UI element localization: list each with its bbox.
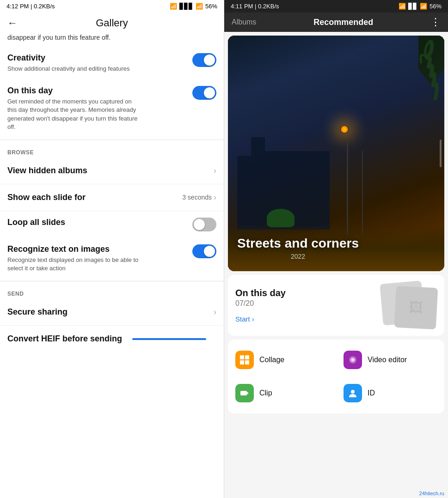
tool-video-editor[interactable]: Video editor: [336, 343, 444, 377]
send-section-label: SEND: [0, 283, 224, 299]
photo-thumb-2-icon: 🖼: [409, 299, 423, 316]
clip-label: Clip: [259, 389, 272, 397]
svg-rect-2: [240, 360, 244, 364]
right-status-bar: 4:11 PM | 0.2KB/s 📶 ▊▊ 📶 56%: [224, 0, 448, 12]
left-panel: 4:12 PM | 0.2KB/s 📶 ▊▊▊ 📶 56% ← Gallery …: [0, 0, 224, 498]
right-battery-percent: 56%: [430, 3, 442, 10]
loop-all-slides-title: Loop all slides: [7, 218, 187, 227]
otd-start-button[interactable]: Start ›: [235, 315, 286, 323]
on-this-day-card: On this day 07/20 Start › 🖼 🖼: [228, 275, 444, 336]
view-hidden-albums-value: ›: [214, 166, 216, 176]
bluetooth-icon: 📶: [170, 3, 177, 10]
on-this-day-toggle-knob: [204, 87, 215, 98]
id-label: ID: [368, 389, 375, 397]
photo-overlay: Streets and corners 2022: [237, 236, 359, 260]
wifi-icon: 📶: [196, 3, 203, 10]
on-this-day-toggle[interactable]: [192, 86, 216, 100]
photo-card[interactable]: Streets and corners 2022: [228, 36, 444, 271]
view-hidden-albums-row[interactable]: View hidden albums ›: [0, 158, 224, 184]
tools-card: Collage Video editor: [228, 340, 444, 413]
left-status-time: 4:12 PM | 0.2KB/s: [6, 3, 55, 10]
gallery-toolbar: ← Gallery: [0, 12, 224, 34]
loop-toggle[interactable]: [192, 218, 216, 231]
svg-rect-3: [245, 360, 249, 364]
signal-icon: ▊▊▊: [179, 3, 193, 10]
view-hidden-albums-label: View hidden albums: [7, 166, 87, 176]
battery-percent: 56%: [205, 3, 217, 10]
page-title: Gallery: [25, 17, 199, 29]
creativity-toggle-knob: [204, 55, 215, 66]
creativity-desc: Show additional creativity and editing f…: [7, 65, 141, 73]
creativity-setting: Creativity Show additional creativity an…: [0, 47, 224, 79]
shrub: [267, 209, 295, 227]
clip-icon: [235, 384, 254, 402]
show-each-slide-chevron: ›: [214, 193, 216, 202]
photo-title: Streets and corners: [237, 236, 359, 251]
top-note: disappear if you turn this feature off.: [0, 34, 224, 47]
show-each-slide-label: Show each slide for: [7, 193, 86, 202]
collage-label: Collage: [259, 356, 284, 364]
recognize-toggle[interactable]: [192, 244, 216, 258]
tools-grid: Collage Video editor: [228, 343, 444, 410]
creativity-toggle[interactable]: [192, 53, 216, 67]
on-this-day-desc: Get reminded of the moments you captured…: [7, 97, 141, 131]
send-divider: [0, 281, 224, 281]
on-this-day-title: On this day: [7, 86, 187, 96]
loop-all-slides-setting: Loop all slides: [0, 211, 224, 238]
show-each-slide-row[interactable]: Show each slide for 3 seconds ›: [0, 184, 224, 211]
browse-divider: [0, 140, 224, 140]
convert-heif-label: Convert HEIF before sending: [7, 334, 122, 344]
svg-rect-0: [240, 355, 244, 359]
secure-sharing-chevron: ›: [214, 307, 216, 317]
show-each-slide-value: 3 seconds ›: [182, 193, 216, 202]
otd-photo-thumbnails: 🖼 🖼: [372, 282, 437, 328]
svg-point-6: [352, 359, 354, 361]
video-editor-label: Video editor: [368, 356, 407, 364]
view-hidden-albums-chevron: ›: [214, 166, 216, 176]
right-toolbar: Albums Recommended ⋮: [224, 12, 448, 32]
recognize-toggle-knob: [204, 246, 215, 257]
loop-toggle-knob: [194, 219, 205, 230]
browse-section-label: BROWSE: [0, 142, 224, 158]
right-signal-icon: ▊▊: [408, 3, 417, 10]
watermark: 24hitech.ru: [419, 491, 444, 496]
svg-point-9: [351, 390, 355, 394]
recognize-title: Recognize text on images: [7, 244, 187, 254]
convert-heif-row[interactable]: Convert HEIF before sending: [0, 326, 224, 352]
photo-thumb-2: 🖼: [394, 286, 438, 330]
svg-marker-8: [247, 392, 249, 395]
video-editor-icon: [344, 351, 362, 369]
utility-pole-2: [362, 151, 363, 234]
right-wifi-icon: 📶: [420, 3, 427, 10]
on-this-day-setting: On this day Get reminded of the moments …: [0, 79, 224, 138]
otd-title: On this day: [235, 288, 286, 298]
scroll-indicator: [440, 140, 442, 167]
recognize-text-setting: Recognize text on images Recognize text …: [0, 238, 224, 279]
collage-icon: [235, 351, 254, 369]
tab-albums[interactable]: Albums: [232, 18, 256, 26]
secure-sharing-label: Secure sharing: [7, 307, 68, 317]
tab-recommended[interactable]: Recommended: [313, 18, 373, 27]
right-status-icons: 📶 ▊▊ 📶 56%: [399, 3, 442, 10]
tool-collage[interactable]: Collage: [228, 343, 336, 377]
creativity-title: Creativity: [7, 53, 187, 63]
left-status-bar: 4:12 PM | 0.2KB/s 📶 ▊▊▊ 📶 56%: [0, 0, 224, 12]
photo-year: 2022: [237, 253, 359, 260]
tool-clip[interactable]: Clip: [228, 377, 336, 410]
svg-rect-7: [240, 391, 247, 395]
street-light: [340, 125, 349, 134]
right-bluetooth-icon: 📶: [399, 3, 406, 10]
secure-sharing-row[interactable]: Secure sharing ›: [0, 299, 224, 326]
right-status-time: 4:11 PM | 0.2KB/s: [231, 3, 279, 10]
recognize-desc: Recognize text displayed on images to be…: [7, 256, 141, 273]
otd-date: 07/20: [235, 299, 286, 308]
back-button[interactable]: ←: [7, 17, 18, 29]
svg-rect-1: [245, 355, 249, 359]
tree-branches: [393, 40, 440, 109]
convert-heif-underline: [132, 338, 206, 340]
left-status-icons: 📶 ▊▊▊ 📶 56%: [170, 3, 217, 10]
more-options-button[interactable]: ⋮: [430, 16, 441, 28]
utility-pole: [347, 142, 348, 234]
tool-id[interactable]: ID: [336, 377, 444, 410]
right-panel: 4:11 PM | 0.2KB/s 📶 ▊▊ 📶 56% Albums Reco…: [224, 0, 448, 498]
